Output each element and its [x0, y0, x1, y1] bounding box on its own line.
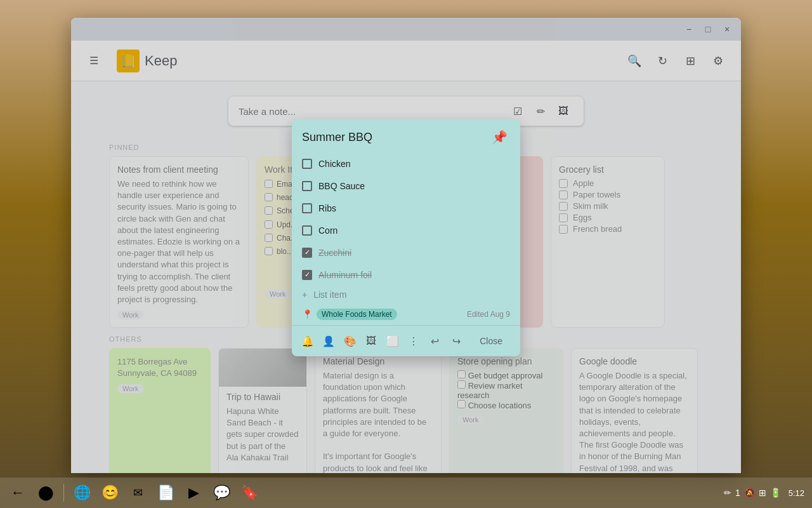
taskbar-app-bookmark[interactable]: 🔖 [237, 480, 262, 505]
location-pin-icon: 📍 [302, 309, 313, 319]
taskbar-home-icon[interactable]: ⬤ [33, 480, 58, 505]
modal-edited: Edited Aug 9 [467, 310, 510, 319]
item-checkbox[interactable] [302, 181, 312, 191]
item-checkbox[interactable] [302, 203, 312, 213]
archive-icon: ⬜ [386, 335, 399, 347]
modal-item-chicken[interactable]: × [302, 152, 510, 175]
item-checkbox[interactable] [302, 159, 312, 169]
undo-button[interactable]: ↩ [424, 330, 446, 352]
badge-1: 1 [735, 488, 740, 498]
chrome-window: − □ × ☰ 📒 Keep 🔍 ↻ [71, 18, 741, 473]
more-icon: ⋮ [409, 335, 419, 347]
item-text-ribs[interactable] [318, 203, 494, 213]
item-text-zucchini[interactable] [318, 248, 494, 258]
taskbar-status-icons: ✏ 1 🔕 ⊞ 🔋 [724, 488, 781, 498]
color-button[interactable]: 🎨 [339, 330, 361, 352]
location-text[interactable]: Whole Foods Market [317, 309, 397, 320]
item-text-chicken[interactable] [318, 159, 494, 169]
modal-close-button[interactable]: Close [467, 332, 515, 350]
battery-icon: 🔋 [770, 488, 781, 498]
modal-item-corn[interactable]: × [302, 219, 510, 241]
add-icon: + [302, 290, 307, 300]
modal-item-zucchini[interactable]: × [302, 241, 510, 264]
item-checkbox-aluminum[interactable] [302, 270, 312, 280]
summer-bbq-modal[interactable]: Summer BBQ 📌 × × [292, 119, 520, 356]
item-text-aluminum[interactable] [318, 270, 494, 280]
collaborator-icon: 👤 [322, 335, 335, 347]
item-checkbox[interactable] [302, 225, 312, 236]
taskbar-app-media[interactable]: ▶ [181, 480, 206, 505]
taskbar-time: 5:12 [789, 488, 807, 498]
more-button[interactable]: ⋮ [403, 330, 425, 352]
modal-toolbar: 🔔 👤 🎨 🖼 ⬜ ⋮ ↩ [292, 325, 520, 356]
add-image-button[interactable]: 🖼 [361, 330, 383, 352]
taskbar-app-email[interactable]: ✉ [125, 480, 150, 505]
taskbar: ← ⬤ 🌐 😊 ✉ 📄 ▶ 💬 🔖 ✏ 1 🔕 ⊞ 🔋 5:12 [0, 478, 812, 508]
redo-icon: ↪ [452, 335, 461, 347]
taskbar-app-chrome[interactable]: 🌐 [69, 480, 95, 505]
item-text-bbqsauce[interactable] [318, 181, 494, 191]
reminder-button[interactable]: 🔔 [297, 330, 318, 352]
modal-item-ribs[interactable]: × [302, 197, 510, 219]
modal-checklist: × × × × [292, 152, 520, 286]
redo-button[interactable]: ↪ [446, 330, 468, 352]
collaborator-button[interactable]: 👤 [318, 330, 340, 352]
color-icon: 🎨 [344, 335, 357, 347]
grid-icon: ⊞ [759, 488, 766, 498]
reminder-icon: 🔔 [301, 335, 314, 347]
modal-header: Summer BBQ 📌 [292, 119, 520, 152]
taskbar-app-docs[interactable]: 📄 [153, 480, 178, 505]
edit-icon: ✏ [724, 488, 731, 498]
modal-item-bbqsauce[interactable]: × [302, 175, 510, 197]
modal-location: 📍 Whole Foods Market Edited Aug 9 [292, 304, 520, 325]
taskbar-app-chat[interactable]: 💬 [209, 480, 234, 505]
modal-pin-button[interactable]: 📌 [489, 127, 510, 147]
modal-item-aluminum[interactable]: × [302, 264, 510, 286]
image-icon: 🖼 [366, 335, 376, 347]
add-item-button[interactable]: + List item [292, 286, 520, 304]
taskbar-app-emoji[interactable]: 😊 [97, 480, 122, 505]
notification-icon: 🔕 [744, 488, 755, 498]
modal-title[interactable]: Summer BBQ [302, 131, 489, 144]
item-text-corn[interactable] [318, 225, 494, 236]
modal-overlay[interactable]: Summer BBQ 📌 × × [71, 18, 741, 473]
undo-icon: ↩ [431, 335, 439, 347]
taskbar-back-icon[interactable]: ← [5, 480, 30, 505]
item-checkbox-zucchini[interactable] [302, 248, 312, 258]
archive-button[interactable]: ⬜ [382, 330, 403, 352]
